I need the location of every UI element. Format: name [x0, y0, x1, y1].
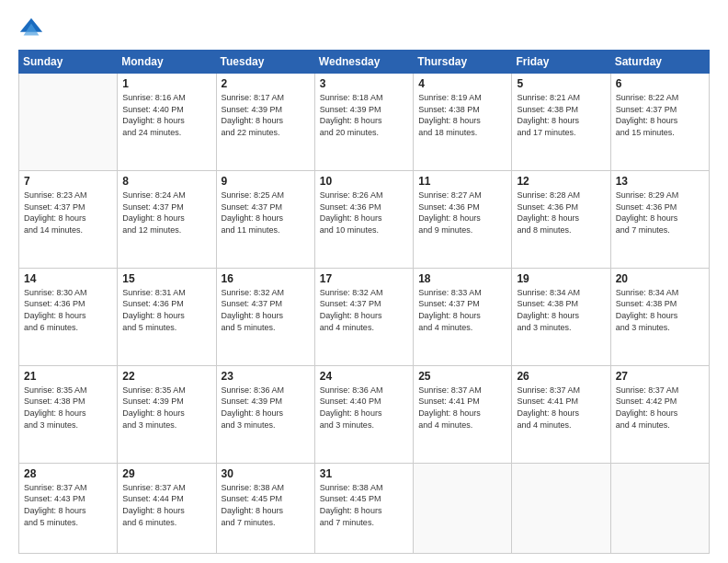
calendar-table: SundayMondayTuesdayWednesdayThursdayFrid… [18, 50, 710, 554]
day-number: 11 [418, 175, 506, 188]
day-number: 4 [418, 77, 506, 90]
day-number: 9 [222, 175, 310, 188]
day-info: Sunrise: 8:37 AM Sunset: 4:42 PM Dayligh… [616, 385, 704, 431]
weekday-header-wednesday: Wednesday [314, 51, 413, 74]
calendar-cell: 25Sunrise: 8:37 AM Sunset: 4:41 PM Dayli… [414, 365, 512, 463]
calendar-cell: 24Sunrise: 8:36 AM Sunset: 4:40 PM Dayli… [314, 365, 413, 463]
day-info: Sunrise: 8:37 AM Sunset: 4:44 PM Dayligh… [122, 482, 210, 528]
calendar-cell: 22Sunrise: 8:35 AM Sunset: 4:39 PM Dayli… [118, 365, 216, 463]
day-info: Sunrise: 8:21 AM Sunset: 4:38 PM Dayligh… [517, 92, 605, 138]
day-number: 30 [222, 467, 310, 480]
day-number: 10 [320, 175, 408, 188]
calendar-cell [610, 463, 709, 553]
weekday-header-tuesday: Tuesday [216, 51, 314, 74]
day-info: Sunrise: 8:29 AM Sunset: 4:36 PM Dayligh… [616, 190, 704, 236]
calendar-cell: 9Sunrise: 8:25 AM Sunset: 4:37 PM Daylig… [216, 170, 314, 268]
calendar-cell: 5Sunrise: 8:21 AM Sunset: 4:38 PM Daylig… [512, 74, 610, 171]
weekday-header-monday: Monday [118, 51, 216, 74]
calendar-cell: 16Sunrise: 8:32 AM Sunset: 4:37 PM Dayli… [216, 268, 314, 365]
day-info: Sunrise: 8:32 AM Sunset: 4:37 PM Dayligh… [222, 287, 310, 333]
day-number: 23 [222, 370, 310, 383]
day-info: Sunrise: 8:27 AM Sunset: 4:36 PM Dayligh… [418, 190, 506, 236]
calendar-cell [414, 463, 512, 553]
calendar-cell: 27Sunrise: 8:37 AM Sunset: 4:42 PM Dayli… [610, 365, 709, 463]
calendar-week-row: 28Sunrise: 8:37 AM Sunset: 4:43 PM Dayli… [19, 463, 710, 553]
weekday-header-sunday: Sunday [19, 51, 118, 74]
day-info: Sunrise: 8:25 AM Sunset: 4:37 PM Dayligh… [222, 190, 310, 236]
calendar-cell: 6Sunrise: 8:22 AM Sunset: 4:37 PM Daylig… [610, 74, 709, 171]
day-info: Sunrise: 8:28 AM Sunset: 4:36 PM Dayligh… [517, 190, 605, 236]
calendar-cell: 2Sunrise: 8:17 AM Sunset: 4:39 PM Daylig… [216, 74, 314, 171]
calendar-cell: 13Sunrise: 8:29 AM Sunset: 4:36 PM Dayli… [610, 170, 709, 268]
day-info: Sunrise: 8:34 AM Sunset: 4:38 PM Dayligh… [616, 287, 704, 333]
day-number: 19 [517, 272, 605, 285]
day-number: 21 [24, 370, 112, 383]
calendar-cell: 15Sunrise: 8:31 AM Sunset: 4:36 PM Dayli… [118, 268, 216, 365]
day-number: 6 [616, 77, 704, 90]
calendar-cell: 10Sunrise: 8:26 AM Sunset: 4:36 PM Dayli… [314, 170, 413, 268]
weekday-header-thursday: Thursday [414, 51, 512, 74]
calendar-week-row: 21Sunrise: 8:35 AM Sunset: 4:38 PM Dayli… [19, 365, 710, 463]
day-info: Sunrise: 8:33 AM Sunset: 4:37 PM Dayligh… [418, 287, 506, 333]
day-info: Sunrise: 8:32 AM Sunset: 4:37 PM Dayligh… [320, 287, 408, 333]
header [18, 17, 710, 42]
day-info: Sunrise: 8:35 AM Sunset: 4:38 PM Dayligh… [24, 385, 112, 431]
calendar-cell: 4Sunrise: 8:19 AM Sunset: 4:38 PM Daylig… [414, 74, 512, 171]
day-info: Sunrise: 8:17 AM Sunset: 4:39 PM Dayligh… [222, 92, 310, 138]
day-number: 27 [616, 370, 704, 383]
calendar-cell: 28Sunrise: 8:37 AM Sunset: 4:43 PM Dayli… [19, 463, 118, 553]
calendar-cell: 21Sunrise: 8:35 AM Sunset: 4:38 PM Dayli… [19, 365, 118, 463]
calendar-week-row: 1Sunrise: 8:16 AM Sunset: 4:40 PM Daylig… [19, 74, 710, 171]
calendar-cell: 30Sunrise: 8:38 AM Sunset: 4:45 PM Dayli… [216, 463, 314, 553]
day-number: 22 [122, 370, 210, 383]
day-number: 14 [24, 272, 112, 285]
day-info: Sunrise: 8:37 AM Sunset: 4:41 PM Dayligh… [517, 385, 605, 431]
day-number: 17 [320, 272, 408, 285]
day-number: 20 [616, 272, 704, 285]
weekday-header-friday: Friday [512, 51, 610, 74]
calendar-cell: 18Sunrise: 8:33 AM Sunset: 4:37 PM Dayli… [414, 268, 512, 365]
day-number: 18 [418, 272, 506, 285]
day-info: Sunrise: 8:34 AM Sunset: 4:38 PM Dayligh… [517, 287, 605, 333]
day-number: 25 [418, 370, 506, 383]
day-info: Sunrise: 8:19 AM Sunset: 4:38 PM Dayligh… [418, 92, 506, 138]
logo-icon [18, 17, 44, 42]
day-info: Sunrise: 8:36 AM Sunset: 4:40 PM Dayligh… [320, 385, 408, 431]
day-number: 13 [616, 175, 704, 188]
calendar-cell: 29Sunrise: 8:37 AM Sunset: 4:44 PM Dayli… [118, 463, 216, 553]
weekday-header-saturday: Saturday [610, 51, 709, 74]
calendar-cell: 20Sunrise: 8:34 AM Sunset: 4:38 PM Dayli… [610, 268, 709, 365]
logo [18, 17, 48, 42]
day-info: Sunrise: 8:35 AM Sunset: 4:39 PM Dayligh… [122, 385, 210, 431]
calendar-cell: 31Sunrise: 8:38 AM Sunset: 4:45 PM Dayli… [314, 463, 413, 553]
calendar-week-row: 14Sunrise: 8:30 AM Sunset: 4:36 PM Dayli… [19, 268, 710, 365]
calendar-cell: 1Sunrise: 8:16 AM Sunset: 4:40 PM Daylig… [118, 74, 216, 171]
day-info: Sunrise: 8:16 AM Sunset: 4:40 PM Dayligh… [122, 92, 210, 138]
day-number: 16 [222, 272, 310, 285]
day-info: Sunrise: 8:22 AM Sunset: 4:37 PM Dayligh… [616, 92, 704, 138]
day-number: 1 [122, 77, 210, 90]
calendar-cell [19, 74, 118, 171]
day-number: 28 [24, 467, 112, 480]
day-number: 12 [517, 175, 605, 188]
calendar-cell: 14Sunrise: 8:30 AM Sunset: 4:36 PM Dayli… [19, 268, 118, 365]
day-info: Sunrise: 8:26 AM Sunset: 4:36 PM Dayligh… [320, 190, 408, 236]
day-number: 26 [517, 370, 605, 383]
calendar-cell: 3Sunrise: 8:18 AM Sunset: 4:39 PM Daylig… [314, 74, 413, 171]
day-number: 5 [517, 77, 605, 90]
day-number: 8 [122, 175, 210, 188]
day-info: Sunrise: 8:18 AM Sunset: 4:39 PM Dayligh… [320, 92, 408, 138]
day-info: Sunrise: 8:38 AM Sunset: 4:45 PM Dayligh… [222, 482, 310, 528]
day-info: Sunrise: 8:24 AM Sunset: 4:37 PM Dayligh… [122, 190, 210, 236]
day-info: Sunrise: 8:37 AM Sunset: 4:43 PM Dayligh… [24, 482, 112, 528]
day-info: Sunrise: 8:31 AM Sunset: 4:36 PM Dayligh… [122, 287, 210, 333]
calendar-cell: 11Sunrise: 8:27 AM Sunset: 4:36 PM Dayli… [414, 170, 512, 268]
calendar-cell: 12Sunrise: 8:28 AM Sunset: 4:36 PM Dayli… [512, 170, 610, 268]
day-number: 2 [222, 77, 310, 90]
day-number: 15 [122, 272, 210, 285]
weekday-header-row: SundayMondayTuesdayWednesdayThursdayFrid… [19, 51, 710, 74]
page: SundayMondayTuesdayWednesdayThursdayFrid… [0, 0, 728, 563]
day-info: Sunrise: 8:30 AM Sunset: 4:36 PM Dayligh… [24, 287, 112, 333]
day-number: 31 [320, 467, 408, 480]
calendar-cell: 17Sunrise: 8:32 AM Sunset: 4:37 PM Dayli… [314, 268, 413, 365]
